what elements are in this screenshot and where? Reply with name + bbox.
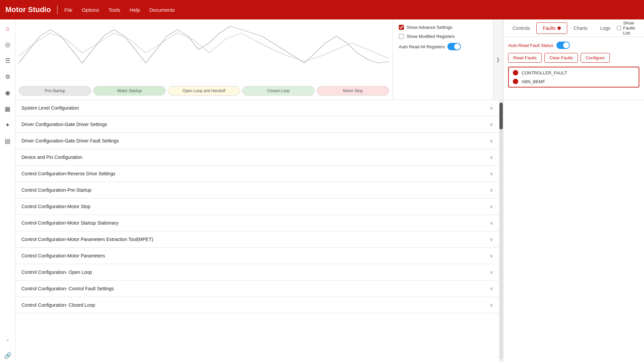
accordion-arrow-5: ∨ (490, 187, 493, 193)
accordion-item-8[interactable]: Control Configuration-Motor Parameters E… (15, 231, 499, 248)
auto-read-fault-row: Auto Read Fault Status (508, 42, 639, 49)
fault-item-1: ABN_BEMF (513, 79, 635, 84)
accordion-arrow-6: ∨ (490, 204, 493, 209)
menu-documents[interactable]: Documents (149, 6, 175, 14)
accordion-label-5: Control Configuration-Pre-Startup (21, 187, 92, 193)
accordion-item-3[interactable]: Device and Pin Configuration ∨ (15, 149, 499, 166)
vertical-scrollbar[interactable] (499, 103, 503, 359)
stages-bar: Pre-Startup Motor Startup Open Loop and … (19, 86, 389, 96)
panel-divider-arrow: ❯ (496, 57, 500, 62)
accordion-item-5[interactable]: Control Configuration-Pre-Startup ∨ (15, 182, 499, 198)
faults-indicator-dot (557, 26, 561, 30)
accordion-item-4[interactable]: Control Configuration-Reverse Drive Sett… (15, 166, 499, 182)
show-advance-settings-row: Show Advance Settings (399, 25, 487, 30)
fault-indicator-0 (513, 70, 518, 75)
read-faults-button[interactable]: Read Faults (508, 53, 542, 63)
accordion-arrow-9: ∨ (490, 253, 493, 258)
accordion-item-9[interactable]: Control Configuration-Motor Parameters ∨ (15, 248, 499, 264)
sidebar-link-icon[interactable]: 🔗 (4, 352, 11, 359)
accordion-arrow-10: ∨ (490, 269, 493, 275)
sidebar: ⌂ ◎ ☰ ⚙ ◉ ▦ ✦ ▤ » 🔗 (0, 19, 15, 362)
menu-file[interactable]: File (64, 6, 73, 14)
topbar: Motor Studio File Options Tools Help Doc… (0, 0, 644, 19)
accordion-item-7[interactable]: Control Configuration-Motor Startup Stat… (15, 215, 499, 231)
accordion-label-10: Control Configuration- Open Loop (21, 269, 92, 275)
show-faults-list-row: Show Faults List (617, 20, 641, 36)
accordion-label-8: Control Configuration-Motor Parameters E… (21, 237, 153, 242)
stage-motor-startup[interactable]: Motor Startup (93, 86, 166, 96)
fault-name-1: ABN_BEMF (522, 79, 545, 84)
topbar-menu: File Options Tools Help Documents (64, 6, 176, 14)
fault-list-box: CONTROLLER_FAULT ABN_BEMF (508, 67, 639, 87)
accordion-label-4: Control Configuration-Reverse Drive Sett… (21, 171, 115, 176)
accordion-item-12[interactable]: Control Configuration- Closed Loop ∨ (15, 297, 499, 313)
accordion-arrow-7: ∨ (490, 220, 493, 226)
show-faults-list-label: Show Faults List (623, 20, 641, 36)
fault-name-0: CONTROLLER_FAULT (522, 70, 567, 75)
sidebar-icon-home[interactable]: ⌂ (3, 23, 13, 34)
accordion-label-3: Device and Pin Configuration (21, 155, 82, 160)
show-advance-settings-checkbox[interactable] (399, 25, 404, 30)
app-title: Motor Studio (5, 5, 58, 14)
accordion-arrow-8: ∨ (490, 237, 493, 242)
accordion-item-6[interactable]: Control Configuration-Motor Stop ∨ (15, 198, 499, 215)
show-advance-settings-label: Show Advance Settings (407, 25, 452, 30)
tab-logs[interactable]: Logs (594, 22, 617, 34)
accordion-arrow-1: ∨ (490, 122, 493, 127)
show-modified-registers-checkbox[interactable] (399, 34, 404, 39)
stage-motor-stop[interactable]: Motor Stop (317, 86, 389, 96)
top-panel: Pre-Startup Motor Startup Open Loop and … (15, 19, 644, 100)
sidebar-icon-sliders[interactable]: ⚙ (3, 72, 13, 82)
sidebar-expand-button[interactable]: » (6, 338, 9, 343)
clear-faults-button[interactable]: Clear Faults (544, 53, 578, 63)
tab-faults[interactable]: Faults (536, 22, 567, 34)
sidebar-icon-table[interactable]: ▤ (3, 136, 13, 146)
configure-button[interactable]: Configure (581, 53, 609, 63)
main-layout: ⌂ ◎ ☰ ⚙ ◉ ▦ ✦ ▤ » 🔗 (0, 19, 644, 362)
accordion-label-2: Driver Configuration-Gate Driver Fault S… (21, 138, 119, 143)
accordion-label-12: Control Configuration- Closed Loop (21, 302, 95, 308)
settings-controls: Show Advance Settings Show Modified Regi… (392, 19, 493, 100)
accordion-container[interactable]: System Level Configuration ∨ Driver Conf… (15, 100, 499, 362)
accordion-label-9: Control Configuration-Motor Parameters (21, 253, 105, 258)
sidebar-icon-chart[interactable]: ▦ (3, 104, 13, 114)
tab-right-area: Show Faults List (617, 20, 641, 36)
scrollbar-thumb[interactable] (499, 103, 503, 129)
accordion-arrow-2: ∨ (490, 138, 493, 143)
sidebar-icon-gear[interactable]: ✦ (3, 120, 13, 130)
main-section: System Level Configuration ∨ Driver Conf… (15, 100, 499, 362)
sidebar-icon-lines[interactable]: ☰ (3, 56, 13, 66)
middle-section: System Level Configuration ∨ Driver Conf… (15, 100, 644, 362)
svg-rect-0 (19, 23, 389, 80)
auto-read-fault-toggle[interactable] (556, 42, 570, 49)
accordion-item-11[interactable]: Control Configuration- Control Fault Set… (15, 281, 499, 297)
stage-open-loop[interactable]: Open Loop and Handoff (168, 86, 240, 96)
accordion-arrow-4: ∨ (490, 171, 493, 176)
menu-options[interactable]: Options (81, 6, 100, 14)
right-panel: Controls Faults Charts Logs (503, 19, 644, 100)
stage-closed-loop[interactable]: Closed Loop (242, 86, 315, 96)
accordion-arrow-3: ∨ (490, 155, 493, 160)
accordion-item-2[interactable]: Driver Configuration-Gate Driver Fault S… (15, 133, 499, 149)
menu-help[interactable]: Help (129, 6, 141, 14)
tab-charts[interactable]: Charts (567, 22, 594, 34)
accordion-item-0[interactable]: System Level Configuration ∨ (15, 100, 499, 116)
accordion-item-10[interactable]: Control Configuration- Open Loop ∨ (15, 264, 499, 281)
fault-panel-content: Auto Read Fault Status Read Faults Clear… (503, 37, 644, 92)
sidebar-icon-circle[interactable]: ◉ (3, 88, 13, 98)
content-area: Pre-Startup Motor Startup Open Loop and … (15, 19, 644, 362)
accordion-arrow-12: ∨ (490, 302, 493, 308)
scroll-track (499, 100, 503, 362)
panel-divider[interactable]: ❯ (493, 19, 503, 100)
menu-tools[interactable]: Tools (108, 6, 121, 14)
accordion-label-0: System Level Configuration (21, 105, 79, 111)
tab-controls[interactable]: Controls (506, 22, 536, 34)
fault-buttons-row: Read Faults Clear Faults Configure (508, 53, 639, 63)
accordion-label-1: Driver Configuration-Gate Driver Setting… (21, 122, 107, 127)
auto-read-toggle[interactable] (447, 43, 461, 50)
stage-pre-startup[interactable]: Pre-Startup (19, 86, 91, 96)
show-modified-registers-row: Show Modified Registers (399, 34, 487, 39)
sidebar-icon-globe[interactable]: ◎ (3, 40, 13, 50)
show-faults-list-checkbox[interactable] (617, 26, 621, 30)
accordion-item-1[interactable]: Driver Configuration-Gate Driver Setting… (15, 116, 499, 133)
